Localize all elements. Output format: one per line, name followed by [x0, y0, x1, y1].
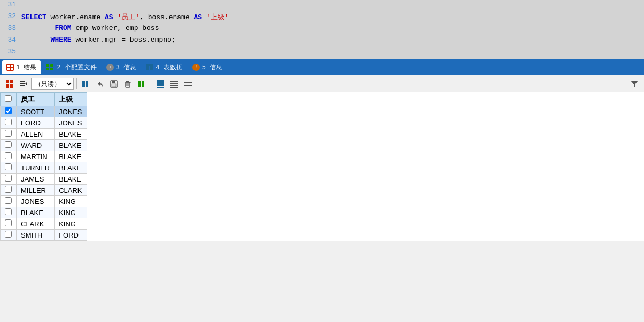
toolbar-view3-btn[interactable] — [182, 77, 195, 90]
line-number: 32 — [0, 12, 21, 20]
line-number: 31 — [0, 1, 21, 9]
row-checkbox-input[interactable] — [5, 175, 12, 182]
table-row[interactable]: ALLENBLAKE — [1, 129, 87, 140]
row-checkbox-input[interactable] — [5, 130, 12, 137]
svg-rect-34 — [138, 81, 141, 84]
tab-info2[interactable]: !5 信息 — [188, 60, 227, 74]
svg-rect-18 — [20, 83, 25, 84]
cell-employee: SMITH — [17, 230, 55, 241]
toolbar-save-btn[interactable] — [107, 77, 120, 90]
toolbar-right — [628, 77, 641, 90]
tab-label-info1: 3 信息 — [116, 63, 136, 72]
tab-tabledata[interactable]: 4 表数据 — [142, 60, 187, 74]
toolbar-refresh-btn[interactable] — [80, 77, 92, 90]
svg-rect-3 — [11, 68, 13, 70]
svg-rect-47 — [184, 82, 192, 83]
filter-btn[interactable] — [628, 77, 641, 90]
select-all-checkbox[interactable] — [5, 95, 12, 102]
row-checkbox[interactable] — [1, 185, 17, 196]
svg-rect-28 — [126, 81, 129, 82]
svg-rect-5 — [50, 64, 53, 67]
row-checkbox-input[interactable] — [5, 152, 12, 159]
toolbar-undo-btn[interactable] — [94, 77, 106, 90]
row-checkbox[interactable] — [1, 207, 17, 218]
tab-config[interactable]: 2 个配置文件 — [42, 60, 100, 74]
sql-content: SELECT worker.ename AS '员工', boss.ename … — [21, 12, 644, 22]
row-checkbox[interactable] — [1, 117, 17, 129]
svg-marker-20 — [25, 82, 27, 85]
col-header-checkbox — [1, 93, 17, 106]
row-checkbox[interactable] — [1, 162, 17, 174]
row-checkbox-input[interactable] — [5, 208, 12, 215]
table-row[interactable]: SMITHFORD — [1, 230, 87, 241]
table-row[interactable]: BLAKEKING — [1, 207, 87, 218]
table-row[interactable]: SCOTTJONES — [1, 106, 87, 117]
cell-boss: KING — [55, 196, 87, 207]
toolbar-config-btn[interactable] — [135, 77, 148, 90]
svg-rect-0 — [7, 65, 10, 67]
cell-employee: MARTIN — [17, 151, 55, 162]
row-checkbox[interactable] — [1, 140, 17, 151]
table-row[interactable]: JONESKING — [1, 196, 87, 207]
row-checkbox[interactable] — [1, 106, 17, 117]
result-icon — [6, 64, 14, 71]
cell-boss: CLARK — [55, 185, 87, 196]
svg-rect-38 — [157, 80, 164, 82]
svg-rect-14 — [10, 80, 13, 83]
row-checkbox[interactable] — [1, 151, 17, 162]
table-row[interactable]: MARTINBLAKE — [1, 151, 87, 162]
info-icon: i — [106, 64, 114, 71]
row-checkbox-input[interactable] — [5, 107, 12, 114]
tab-label-result: 1 结果 — [16, 63, 36, 72]
col-header-employee: 员工 — [17, 93, 55, 106]
table-row[interactable]: JAMESBLAKE — [1, 174, 87, 185]
table-row[interactable]: MILLERCLARK — [1, 185, 87, 196]
row-checkbox[interactable] — [1, 196, 17, 207]
cell-employee: WARD — [17, 140, 55, 151]
row-checkbox-input[interactable] — [5, 231, 12, 238]
toolbar-view1-btn[interactable] — [154, 77, 167, 90]
svg-rect-27 — [112, 84, 116, 87]
svg-rect-7 — [50, 68, 53, 70]
svg-rect-48 — [184, 84, 192, 84]
cell-boss: KING — [55, 207, 87, 218]
svg-rect-26 — [112, 81, 115, 83]
svg-rect-49 — [184, 85, 192, 86]
line-number: 35 — [0, 48, 21, 56]
row-checkbox-input[interactable] — [5, 186, 12, 193]
svg-rect-10 — [150, 66, 153, 68]
toolbar-view2-btn[interactable] — [168, 77, 181, 90]
toolbar-delete-btn[interactable] — [121, 77, 134, 90]
tab-result[interactable]: 1 结果 — [2, 60, 41, 74]
svg-rect-23 — [82, 84, 85, 87]
data-table: 员工 上级 SCOTTJONESFORDJONESALLENBLAKEWARDB… — [0, 92, 87, 241]
svg-rect-24 — [86, 84, 88, 87]
cell-employee: JONES — [17, 196, 55, 207]
toolbar-dropdown-btn[interactable] — [17, 77, 30, 90]
separator-1 — [76, 78, 77, 89]
row-checkbox[interactable] — [1, 174, 17, 185]
msg-icon: ! — [192, 64, 200, 71]
sql-line: 33 FROM emp worker, emp boss — [0, 23, 644, 35]
tab-label-tabledata: 4 表数据 — [156, 63, 182, 72]
row-checkbox-input[interactable] — [5, 119, 12, 125]
svg-rect-9 — [146, 66, 149, 68]
row-checkbox-input[interactable] — [5, 219, 12, 226]
row-checkbox-input[interactable] — [5, 141, 12, 148]
table-row[interactable]: WARDBLAKE — [1, 140, 87, 151]
svg-rect-17 — [20, 81, 25, 82]
svg-rect-36 — [138, 84, 141, 87]
readonly-select[interactable]: （只读） 可编辑 — [31, 78, 74, 90]
row-checkbox[interactable] — [1, 230, 17, 241]
table-icon — [146, 64, 153, 71]
table-row[interactable]: CLARKKING — [1, 218, 87, 230]
row-checkbox-input[interactable] — [5, 197, 12, 204]
table-row[interactable]: TURNERBLAKE — [1, 162, 87, 174]
toolbar-grid-btn[interactable] — [3, 77, 16, 90]
cell-boss: BLAKE — [55, 151, 87, 162]
row-checkbox-input[interactable] — [5, 163, 12, 170]
tab-info1[interactable]: i3 信息 — [102, 60, 141, 74]
table-row[interactable]: FORDJONES — [1, 117, 87, 129]
row-checkbox[interactable] — [1, 129, 17, 140]
row-checkbox[interactable] — [1, 218, 17, 230]
